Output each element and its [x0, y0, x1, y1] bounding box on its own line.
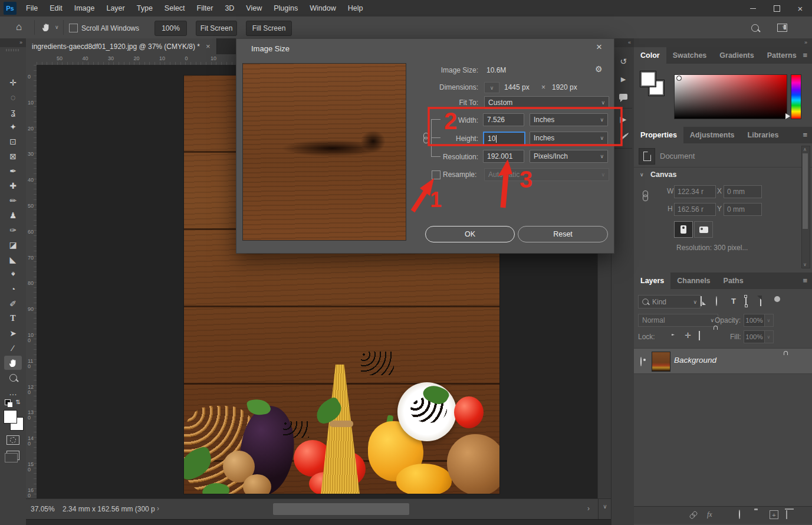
link-dimensions-icon[interactable] — [642, 191, 648, 201]
height-input[interactable]: 10 — [483, 132, 525, 146]
rightdock-header[interactable]: » — [634, 38, 812, 47]
ok-button[interactable]: OK — [425, 226, 515, 242]
fit-screen-button[interactable]: Fit Screen — [196, 21, 237, 36]
delete-layer-icon[interactable] — [786, 510, 787, 519]
quick-mask-button[interactable] — [6, 435, 19, 445]
color-picker-marker[interactable] — [676, 76, 682, 81]
color-swatches[interactable] — [4, 410, 24, 431]
history-panel-icon[interactable]: ↺ — [616, 55, 630, 68]
more-tools[interactable]: … — [4, 385, 22, 399]
tab-adjustments[interactable]: Adjustments — [683, 127, 741, 143]
hand-tool-icon[interactable] — [41, 22, 51, 32]
resolution-unit-dropdown[interactable]: Pixels/Inch ∨ — [530, 150, 608, 163]
canvas-width-field[interactable]: 122.34 r — [674, 185, 716, 198]
menu-3d[interactable]: 3D — [219, 0, 240, 17]
hand-options-chevron[interactable]: ∨ — [55, 24, 59, 30]
frame-tool[interactable]: ⊠ — [4, 149, 22, 163]
menu-plugins[interactable]: Plugins — [268, 0, 304, 17]
close-button[interactable]: × — [788, 0, 812, 17]
fill-chevron[interactable]: ∨ — [764, 330, 774, 343]
opacity-value[interactable]: 100% — [744, 314, 765, 327]
workspace-chevron[interactable]: ∨ — [782, 24, 786, 30]
canvas-y-field[interactable]: 0 mm — [724, 203, 762, 216]
menu-help[interactable]: Help — [342, 0, 369, 17]
menu-window[interactable]: Window — [304, 0, 341, 17]
history-brush-tool[interactable]: ✑ — [4, 223, 22, 237]
hand-tool[interactable] — [4, 356, 22, 370]
scroll-right-icon[interactable]: › — [587, 504, 590, 513]
path-select-tool[interactable]: ➤ — [4, 326, 22, 340]
layer-thumbnail[interactable] — [652, 352, 670, 372]
properties-scrollbar-thumb[interactable] — [803, 153, 808, 229]
canvas-collapse-chevron[interactable]: ∨ — [640, 172, 644, 178]
brush-settings-panel-icon[interactable]: ▶ — [616, 113, 630, 126]
filter-pixel-layers-icon[interactable] — [701, 297, 702, 306]
lock-artboard-icon[interactable] — [699, 332, 700, 340]
crop-tool[interactable]: ⊡ — [4, 134, 22, 149]
reset-button[interactable]: Reset — [518, 226, 608, 242]
width-unit-dropdown[interactable]: Inches ∨ — [530, 113, 608, 126]
menu-file[interactable]: File — [20, 0, 44, 17]
menu-select[interactable]: Select — [159, 0, 191, 17]
filter-shape-layers-icon[interactable] — [745, 297, 747, 306]
zoom-100-button[interactable]: 100% — [154, 21, 187, 36]
brush-tool[interactable]: ✏ — [4, 193, 22, 208]
link-layers-icon[interactable] — [689, 510, 698, 519]
horizontal-scrollbar-thumb[interactable] — [273, 503, 409, 515]
portrait-orientation-button[interactable] — [674, 221, 693, 238]
layer-visibility-eye-icon[interactable] — [640, 357, 642, 366]
blend-mode-dropdown[interactable]: Normal ∨ — [638, 314, 718, 327]
tab-layers[interactable]: Layers — [634, 273, 670, 289]
zoom-tool[interactable] — [4, 370, 22, 385]
menu-layer[interactable]: Layer — [100, 0, 130, 17]
tools-grip[interactable] — [6, 49, 19, 51]
layer-name[interactable]: Background — [674, 356, 716, 365]
blur-tool[interactable]: ♠ — [4, 267, 22, 281]
hue-slider-handle[interactable] — [785, 113, 793, 119]
menu-view[interactable]: View — [240, 0, 268, 17]
home-icon[interactable]: ⌂ — [16, 21, 22, 33]
tools-dock-header[interactable]: » — [0, 38, 26, 47]
clone-stamp-tool[interactable]: ♟ — [4, 208, 22, 222]
properties-panel-menu-icon[interactable]: ≡ — [803, 130, 807, 139]
menu-type[interactable]: Type — [131, 0, 159, 17]
line-tool[interactable]: ∕ — [4, 341, 22, 355]
eraser-tool[interactable]: ◪ — [4, 238, 22, 252]
tab-paths[interactable]: Paths — [717, 273, 750, 289]
type-tool[interactable]: T — [4, 311, 22, 326]
screen-mode-button[interactable] — [6, 451, 19, 460]
eyedropper-tool[interactable]: ✒ — [4, 164, 22, 178]
quick-selection-tool[interactable]: ✦ — [4, 120, 22, 134]
new-adjustment-layer-icon[interactable] — [739, 510, 740, 519]
search-icon[interactable] — [751, 24, 759, 32]
tab-channels[interactable]: Channels — [670, 273, 716, 289]
close-tab-icon[interactable]: × — [206, 42, 211, 51]
brushes-panel-icon[interactable] — [616, 130, 630, 143]
document-tab[interactable]: ingredients-gaecd8df01_1920.jpg @ 37% (C… — [26, 38, 217, 54]
fit-to-dropdown[interactable]: Custom ∨ — [484, 96, 609, 109]
tab-libraries[interactable]: Libraries — [741, 127, 785, 143]
foreground-color-swatch[interactable] — [4, 410, 17, 424]
tab-gradients[interactable]: Gradients — [713, 47, 760, 64]
minimize-button[interactable] — [741, 0, 765, 17]
swap-colors-mini[interactable]: ⇅ — [4, 398, 21, 408]
layer-effects-icon[interactable]: fx — [707, 510, 712, 519]
dialog-gear-icon[interactable]: ⚙ — [595, 64, 603, 74]
zoom-level[interactable]: 37.05% — [31, 505, 55, 513]
foreground-color-swatch[interactable] — [640, 71, 656, 87]
menu-image[interactable]: Image — [68, 0, 101, 17]
filter-adjustment-layers-icon[interactable] — [716, 297, 717, 306]
fill-value[interactable]: 100% — [744, 330, 765, 343]
canvas-height-field[interactable]: 162.56 r — [674, 203, 716, 216]
hue-slider[interactable] — [791, 74, 801, 119]
status-menu-chevron[interactable]: › — [157, 504, 159, 513]
tab-color[interactable]: Color — [634, 47, 666, 64]
dialog-close-icon[interactable]: × — [596, 41, 602, 53]
filter-smart-objects-icon[interactable] — [760, 297, 761, 306]
resample-checkbox[interactable] — [432, 170, 440, 179]
tab-patterns[interactable]: Patterns — [761, 47, 803, 64]
dimensions-unit-chevron[interactable]: ∨ — [484, 82, 499, 93]
layer-row-background[interactable]: Background — [634, 348, 812, 374]
opacity-chevron[interactable]: ∨ — [764, 314, 774, 327]
color-panel-menu-icon[interactable]: ≡ — [803, 51, 807, 60]
